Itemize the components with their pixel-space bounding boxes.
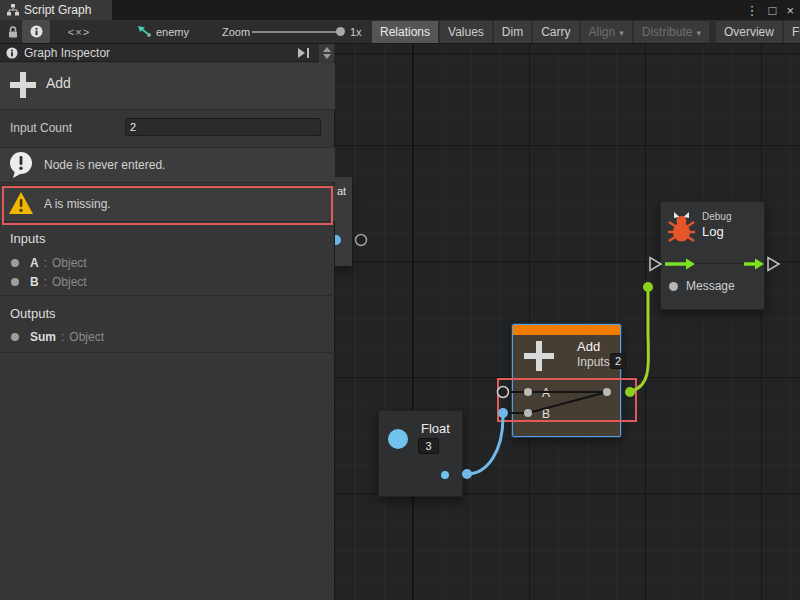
debug-node-subtitle: Debug	[702, 211, 731, 222]
clipped-node-title: at	[337, 185, 346, 197]
output-port-row-sum: Sum : Object	[11, 330, 104, 344]
flow-output-triangle-port[interactable]	[768, 258, 779, 271]
input-port-row-a: A : Object	[11, 256, 87, 270]
wire-overlay	[335, 44, 800, 600]
graph-breadcrumb-icon	[137, 20, 152, 43]
add-node-icon	[10, 72, 36, 98]
edit-script-button[interactable]: <×>	[64, 20, 94, 43]
window-menu-icon[interactable]: ⋮	[746, 3, 759, 18]
dock-icon[interactable]	[297, 48, 310, 58]
speech-bubble-icon	[8, 151, 34, 179]
distribute-dropdown[interactable]: Distribute▾	[634, 21, 709, 43]
zoom-slider-knob[interactable]	[336, 27, 345, 36]
input-count-field[interactable]	[125, 118, 321, 136]
message-port-label: Message	[686, 279, 735, 293]
warning-message-row: A is missing.	[0, 185, 335, 222]
a-input-missing-port[interactable]	[498, 387, 509, 398]
float-output-port[interactable]	[441, 471, 449, 479]
align-dropdown[interactable]: Align▾	[581, 21, 632, 43]
close-icon[interactable]: ×	[786, 3, 794, 18]
selected-node-title: Add	[46, 75, 71, 91]
debug-node-title: Log	[702, 224, 724, 239]
bug-icon	[667, 210, 696, 243]
inspector-header: Graph Inspector	[0, 44, 335, 62]
chevron-down-icon: ▾	[696, 28, 701, 38]
section-divider	[0, 352, 335, 353]
node-divider	[661, 263, 764, 264]
script-graph-window: Script Graph ⋮ □ × <×>	[0, 0, 800, 600]
chevron-down-icon: ▾	[619, 28, 624, 38]
lock-button[interactable]	[5, 20, 21, 43]
inspector-title: Graph Inspector	[24, 46, 110, 60]
clipped-node[interactable]: at	[335, 177, 352, 266]
zoom-slider-track[interactable]	[252, 31, 344, 33]
add-node-header	[513, 325, 620, 335]
scroll-up-icon[interactable]	[323, 47, 331, 52]
float-node-title: Float	[421, 421, 450, 436]
wire-end-dot[interactable]	[462, 469, 472, 479]
inputs-section-title: Inputs	[10, 231, 45, 246]
wire-float-to-b[interactable]	[467, 417, 503, 474]
warning-message-text: A is missing.	[44, 197, 111, 211]
wire-sum-to-message[interactable]	[631, 287, 648, 391]
zoom-label: Zoom	[222, 20, 250, 43]
wire-end-dot[interactable]	[643, 282, 653, 292]
add-node-subtitle: Inputs	[577, 355, 610, 369]
warning-triangle-icon	[8, 191, 34, 216]
float-value-icon	[388, 429, 408, 449]
zoom-value: 1x	[350, 20, 362, 43]
overview-button[interactable]: Overview	[716, 21, 782, 43]
info-icon	[30, 25, 43, 38]
unconnected-port-circle[interactable]	[356, 235, 367, 246]
tab-title: Script Graph	[24, 3, 91, 17]
values-button[interactable]: Values	[440, 21, 492, 43]
input-count-label: Input Count	[10, 121, 72, 135]
float-value-field[interactable]: 3	[418, 438, 439, 454]
inspector-toggle-button[interactable]	[22, 20, 50, 43]
input-port-row-b: B : Object	[11, 275, 87, 289]
sum-output-port[interactable]	[625, 387, 635, 397]
outputs-section-title: Outputs	[10, 306, 56, 321]
full-screen-button[interactable]: Full Screen	[784, 21, 800, 43]
port-dot-icon	[11, 259, 19, 267]
b-input-connected-port[interactable]	[498, 408, 508, 418]
zoom-slider[interactable]	[252, 20, 344, 43]
tab-script-graph[interactable]: Script Graph	[0, 0, 112, 20]
window-controls: ⋮ □ ×	[746, 0, 794, 20]
info-message-text: Node is never entered.	[44, 158, 165, 172]
info-message-row: Node is never entered.	[0, 147, 335, 183]
port-label-a: A	[542, 386, 550, 400]
graph-toolbar: <×> enemy Zoom 1x Relations Values Dim C…	[0, 20, 800, 44]
code-icon: <×>	[68, 26, 90, 38]
port-label-b: B	[542, 407, 550, 421]
section-divider	[0, 295, 335, 296]
inspector-scroll-stepper[interactable]	[319, 44, 334, 62]
scroll-down-icon[interactable]	[323, 54, 331, 59]
lock-icon	[7, 25, 19, 39]
maximize-icon[interactable]: □	[769, 3, 777, 18]
add-node[interactable]: Add Inputs 2 A B	[512, 324, 621, 437]
graph-tab-icon	[7, 4, 19, 16]
debug-log-node[interactable]: Debug Log Message	[660, 201, 765, 310]
info-icon	[6, 47, 18, 59]
breadcrumb-graph-name[interactable]: enemy	[156, 20, 189, 43]
title-bar: Script Graph ⋮ □ ×	[0, 0, 800, 20]
port-dot-icon	[11, 333, 19, 341]
graph-inspector-panel: Graph Inspector Add Input Count Nod	[0, 44, 335, 600]
add-node-title: Add	[577, 339, 600, 354]
float-node[interactable]: Float 3	[378, 410, 463, 497]
message-input-port[interactable]	[669, 282, 678, 291]
selected-node-summary: Add	[0, 63, 335, 110]
relations-button[interactable]: Relations	[372, 21, 438, 43]
add-input-count-badge: 2	[610, 353, 626, 369]
toolbar-buttons: Relations Values Dim Carry Align▾ Distri…	[372, 21, 800, 43]
graph-canvas[interactable]: at Float 3 Add Inputs 2 A B	[335, 44, 800, 600]
port-dot-icon	[11, 278, 19, 286]
dim-button[interactable]: Dim	[494, 21, 531, 43]
carry-button[interactable]: Carry	[533, 21, 578, 43]
add-node-icon	[524, 341, 554, 371]
